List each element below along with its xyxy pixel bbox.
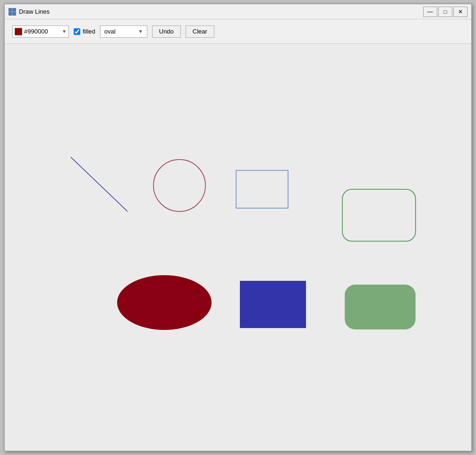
title-bar: Draw Lines — □ ✕ — [5, 4, 471, 19]
drawn-shape — [71, 157, 128, 211]
main-window: Draw Lines — □ ✕ #990000 ▼ filled oval ▼… — [4, 4, 472, 451]
color-swatch — [15, 28, 22, 35]
window-controls: — □ ✕ — [423, 7, 468, 17]
toolbar: #990000 ▼ filled oval ▼ Undo Clear — [5, 19, 471, 44]
drawn-shape — [153, 160, 205, 211]
color-dropdown-arrow: ▼ — [62, 29, 67, 34]
clear-button[interactable]: Clear — [186, 25, 214, 38]
minimize-button[interactable]: — — [423, 7, 437, 17]
undo-button[interactable]: Undo — [152, 25, 181, 38]
svg-rect-1 — [13, 8, 16, 11]
drawn-shape — [240, 281, 306, 328]
drawn-shape — [342, 189, 416, 241]
canvas-area[interactable] — [5, 44, 471, 451]
drawn-shape — [236, 170, 288, 208]
shape-label: oval — [104, 28, 136, 35]
color-hex-label: #990000 — [24, 28, 60, 35]
drawn-shape — [117, 275, 212, 330]
filled-checkbox[interactable] — [74, 28, 80, 35]
filled-label: filled — [83, 28, 95, 35]
color-dropdown[interactable]: #990000 ▼ — [12, 25, 69, 38]
close-button[interactable]: ✕ — [453, 7, 468, 17]
restore-button[interactable]: □ — [438, 7, 452, 17]
drawn-shape — [345, 285, 416, 329]
svg-rect-0 — [8, 8, 12, 11]
drawing-canvas[interactable] — [5, 44, 471, 451]
filled-checkbox-area[interactable]: filled — [74, 28, 95, 35]
window-title: Draw Lines — [19, 8, 423, 15]
svg-rect-2 — [8, 12, 12, 16]
svg-rect-3 — [13, 12, 16, 16]
app-icon — [8, 8, 16, 16]
shape-dropdown-arrow: ▼ — [138, 29, 143, 34]
shape-dropdown[interactable]: oval ▼ — [100, 25, 147, 38]
